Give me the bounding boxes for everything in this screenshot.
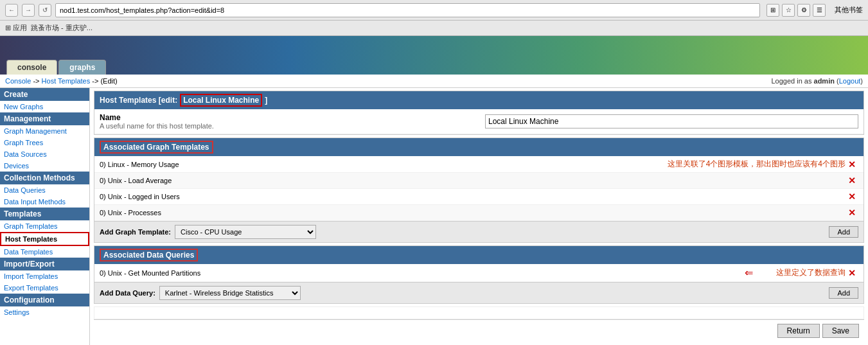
breadcrumb: Console -> Host Templates -> (Edit) bbox=[5, 77, 118, 85]
graph-item-row-1: 0) Unix - Load Average ✕ bbox=[94, 173, 864, 189]
assoc-data-header: Associated Data Queries bbox=[94, 246, 864, 264]
assoc-graph-items: 0) Linux - Memory Usage 这里关联了4个图形模板，那出图时… bbox=[94, 156, 864, 221]
arrow-icon: ⇐ bbox=[745, 267, 753, 279]
sidebar-item-new-graphs[interactable]: New Graphs bbox=[0, 101, 89, 112]
host-templates-title-highlight: Local Linux Machine bbox=[180, 94, 262, 107]
main-layout: Create New Graphs Management Graph Manag… bbox=[0, 88, 868, 345]
assoc-data-section: Associated Data Queries 0) Unix - Get Mo… bbox=[94, 245, 864, 304]
sidebar: Create New Graphs Management Graph Manag… bbox=[0, 88, 90, 345]
sidebar-item-data-input-methods[interactable]: Data Input Methods bbox=[0, 196, 89, 208]
graph-item-0-text: 0) Linux - Memory Usage bbox=[100, 161, 648, 168]
address-bar[interactable] bbox=[55, 3, 760, 17]
data-item-0-text: 0) Unix - Get Mounted Partitions bbox=[100, 269, 741, 277]
breadcrumb-host-templates[interactable]: Host Templates bbox=[42, 77, 91, 85]
name-desc: A useful name for this host template. bbox=[100, 122, 485, 130]
sidebar-configuration-header: Configuration bbox=[0, 294, 89, 306]
sidebar-item-settings[interactable]: Settings bbox=[0, 306, 89, 318]
breadcrumb-bar: Console -> Host Templates -> (Edit) Logg… bbox=[0, 75, 868, 88]
assoc-data-title: Associated Data Queries bbox=[100, 249, 198, 261]
rss-icon[interactable]: ⊞ bbox=[766, 4, 779, 17]
sidebar-templates-header: Templates bbox=[0, 208, 89, 220]
graph-item-0-label: Linux - Memory Usage bbox=[108, 161, 179, 168]
settings-icon[interactable]: ⚙ bbox=[797, 4, 810, 17]
sidebar-item-graph-templates[interactable]: Graph Templates bbox=[0, 220, 89, 232]
breadcrumb-sep2: -> bbox=[92, 77, 100, 85]
data-add-row: Add Data Query: Karlnet - Wireless Bridg… bbox=[94, 282, 864, 303]
tab-console[interactable]: console bbox=[6, 60, 57, 75]
data-add-button[interactable]: Add bbox=[829, 287, 858, 299]
bookmark-apps[interactable]: ⊞ 应用 bbox=[5, 23, 27, 33]
graph-delete-icon-3[interactable]: ✕ bbox=[846, 208, 858, 218]
host-templates-header: Host Templates [edit: Local Linux Machin… bbox=[94, 91, 864, 109]
save-button[interactable]: Save bbox=[822, 324, 859, 338]
sidebar-item-export-templates[interactable]: Export Templates bbox=[0, 282, 89, 294]
graph-item-1-text: 0) Unix - Load Average bbox=[100, 177, 846, 184]
graph-delete-icon-2[interactable]: ✕ bbox=[846, 191, 858, 202]
breadcrumb-sep1: -> bbox=[33, 77, 41, 85]
graph-delete-icon-1[interactable]: ✕ bbox=[846, 175, 858, 186]
data-annotation: 这里定义了数据查询 bbox=[776, 267, 846, 278]
graph-add-button[interactable]: Add bbox=[829, 226, 858, 238]
graph-item-1-label: Unix - Load Average bbox=[108, 177, 172, 184]
graph-item-3-label: Unix - Processes bbox=[108, 209, 161, 217]
sidebar-collection-header: Collection Methods bbox=[0, 172, 89, 184]
name-label: Name bbox=[100, 113, 485, 122]
content-area: Host Templates [edit: Local Linux Machin… bbox=[90, 88, 868, 345]
data-item-0-prefix: 0) bbox=[100, 269, 106, 277]
assoc-graph-header: Associated Graph Templates bbox=[94, 138, 864, 156]
content-wrapper: Host Templates [edit: Local Linux Machin… bbox=[90, 88, 868, 345]
refresh-button[interactable]: ↺ bbox=[39, 4, 51, 17]
sidebar-item-graph-trees[interactable]: Graph Trees bbox=[0, 137, 89, 148]
graph-item-row-2: 0) Unix - Logged in Users ✕ bbox=[94, 189, 864, 205]
browser-bar: ← → ↺ ⊞ ☆ ⚙ ☰ 其他书签 bbox=[0, 0, 868, 21]
data-item-row-0: 0) Unix - Get Mounted Partitions ⇐ 这里定义了… bbox=[94, 264, 864, 282]
logged-in-info: Logged in as admin (Logout) bbox=[771, 77, 863, 85]
sidebar-item-graph-management[interactable]: Graph Management bbox=[0, 125, 89, 137]
forward-button[interactable]: → bbox=[22, 4, 35, 17]
action-bar: Return Save bbox=[94, 319, 864, 342]
menu-icon[interactable]: ☰ bbox=[813, 4, 826, 17]
back-button[interactable]: ← bbox=[5, 4, 18, 17]
logout-link[interactable]: Logout bbox=[839, 77, 861, 85]
star-icon[interactable]: ☆ bbox=[782, 4, 795, 17]
return-button[interactable]: Return bbox=[777, 324, 820, 338]
sections-container: Host Templates [edit: Local Linux Machin… bbox=[90, 88, 868, 345]
spacer-area bbox=[94, 306, 864, 319]
sidebar-item-data-sources[interactable]: Data Sources bbox=[0, 148, 89, 160]
graph-delete-icon-0[interactable]: ✕ bbox=[846, 159, 858, 170]
graph-annotation: 这里关联了4个图形模板，那出图时也应该有4个图形 bbox=[668, 159, 846, 170]
graph-item-2-text: 0) Unix - Logged in Users bbox=[100, 193, 846, 200]
sidebar-item-devices[interactable]: Devices bbox=[0, 160, 89, 172]
data-add-select[interactable]: Karlnet - Wireless Bridge StatisticsUnix… bbox=[159, 286, 301, 300]
breadcrumb-console[interactable]: Console bbox=[5, 77, 31, 85]
name-input[interactable] bbox=[485, 114, 858, 128]
bookmark-market[interactable]: 跳蚤市场 - 重庆驴... bbox=[31, 23, 93, 33]
host-templates-title-prefix: Host Templates [edit: bbox=[100, 96, 177, 105]
browser-icons: ⊞ ☆ ⚙ ☰ bbox=[766, 4, 826, 17]
sidebar-create-header: Create bbox=[0, 88, 89, 101]
sidebar-item-data-templates[interactable]: Data Templates bbox=[0, 246, 89, 258]
graph-add-label: Add Graph Template: bbox=[100, 228, 171, 236]
graph-item-3-prefix: 0) bbox=[100, 209, 106, 217]
graph-item-2-label: Unix - Logged in Users bbox=[108, 193, 180, 200]
name-label-col: Name A useful name for this host templat… bbox=[100, 113, 485, 130]
sidebar-management-header: Management bbox=[0, 112, 89, 125]
data-add-label: Add Data Query: bbox=[100, 289, 155, 297]
sidebar-item-host-templates[interactable]: Host Templates bbox=[0, 232, 89, 246]
assoc-data-items: 0) Unix - Get Mounted Partitions ⇐ 这里定义了… bbox=[94, 264, 864, 282]
bookmarks-bar: ⊞ 应用 跳蚤市场 - 重庆驴... bbox=[0, 21, 868, 36]
data-delete-icon-0[interactable]: ✕ bbox=[846, 268, 858, 278]
name-row: Name A useful name for this host templat… bbox=[94, 109, 864, 134]
app-header: console graphs bbox=[0, 36, 868, 75]
sidebar-item-data-queries[interactable]: Data Queries bbox=[0, 184, 89, 196]
tab-graphs[interactable]: graphs bbox=[58, 60, 106, 75]
graph-item-0-prefix: 0) bbox=[100, 161, 106, 168]
sidebar-item-import-templates[interactable]: Import Templates bbox=[0, 270, 89, 282]
assoc-graph-section: Associated Graph Templates 0) Linux - Me… bbox=[94, 137, 864, 243]
graph-item-1-prefix: 0) bbox=[100, 177, 106, 184]
sidebar-import-export-header: Import/Export bbox=[0, 258, 89, 270]
breadcrumb-current: (Edit) bbox=[100, 77, 117, 85]
other-bookmarks[interactable]: 其他书签 bbox=[835, 5, 863, 15]
graph-item-3-text: 0) Unix - Processes bbox=[100, 209, 846, 217]
graph-add-select[interactable]: Cisco - CPU UsageLinux - Memory UsageUni… bbox=[175, 225, 316, 239]
